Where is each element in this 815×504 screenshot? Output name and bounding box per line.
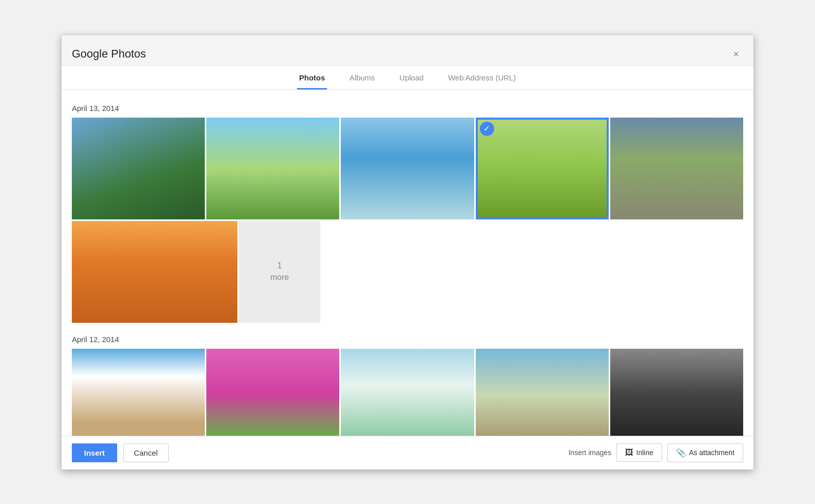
tab-url[interactable]: Web Address (URL) <box>446 66 518 90</box>
tab-upload[interactable]: Upload <box>397 66 426 90</box>
section-april-12: April 12, 2014 <box>72 335 743 436</box>
tabs-bar: Photos Albums Upload Web Address (URL) <box>62 66 753 90</box>
photo-check-icon: ✓ <box>480 122 494 136</box>
insert-images-label: Insert images <box>568 449 611 457</box>
photo-item-mountains[interactable] <box>72 118 205 219</box>
tab-albums[interactable]: Albums <box>347 66 377 90</box>
photo-item-building[interactable] <box>610 118 743 219</box>
photo-row-1: ✓ <box>72 118 743 219</box>
section-april-13: April 13, 2014 ✓ <box>72 104 743 323</box>
google-photos-dialog: Google Photos × Photos Albums Upload Web… <box>61 35 754 470</box>
attachment-button[interactable]: 📎 As attachment <box>667 443 744 462</box>
photo-item-village[interactable] <box>476 349 609 436</box>
photo-item-church[interactable] <box>72 221 237 323</box>
cancel-button[interactable]: Cancel <box>123 443 169 462</box>
tab-photos[interactable]: Photos <box>297 66 327 90</box>
dialog-body: April 13, 2014 ✓ <box>62 90 753 436</box>
footer-right: Insert images 🖼 Inline 📎 As attachment <box>568 443 743 462</box>
section-date-2: April 12, 2014 <box>72 335 743 344</box>
photo-row-2: 1 more <box>72 221 743 323</box>
photo-item-meadow[interactable] <box>206 118 339 219</box>
inline-button[interactable]: 🖼 Inline <box>616 443 662 462</box>
photo-item-flowers[interactable] <box>206 349 339 436</box>
section-date-1: April 13, 2014 <box>72 104 743 113</box>
close-button[interactable]: × <box>729 47 743 61</box>
dialog-header: Google Photos × <box>62 35 753 66</box>
footer-left: Insert Cancel <box>72 443 169 462</box>
photo-item-harbor[interactable] <box>341 118 474 219</box>
image-icon: 🖼 <box>625 448 633 457</box>
photo-row-3 <box>72 349 743 436</box>
paperclip-icon: 📎 <box>676 448 686 458</box>
photo-more-text: 1 more <box>270 260 289 283</box>
insert-button[interactable]: Insert <box>72 443 117 462</box>
photo-item-cow[interactable]: ✓ <box>476 118 609 219</box>
photo-item-pisa[interactable] <box>72 349 205 436</box>
photo-item-alpine[interactable] <box>341 349 474 436</box>
dialog-footer: Insert Cancel Insert images 🖼 Inline 📎 A… <box>62 436 753 469</box>
dialog-title: Google Photos <box>72 47 146 61</box>
photo-more-tile[interactable]: 1 more <box>239 221 320 323</box>
photo-item-biker[interactable] <box>610 349 743 436</box>
